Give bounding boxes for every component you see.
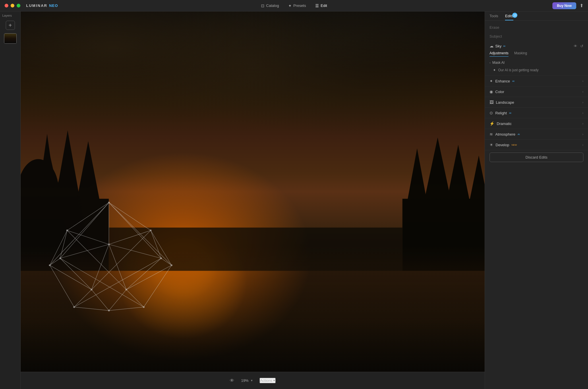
mask-ai-row[interactable]: ‹ Mask AI: [485, 59, 588, 66]
color-icon: ◉: [490, 89, 493, 94]
atmosphere-ai-badge: AI: [518, 133, 520, 136]
sky-tabs: Adjustments Masking: [485, 51, 588, 59]
close-button[interactable]: [5, 4, 8, 7]
app-name: LUMINAR: [26, 3, 47, 8]
enhance-name: Enhance: [495, 79, 510, 83]
svg-point-59: [143, 306, 144, 308]
nav-catalog[interactable]: ⊡ Catalog: [261, 3, 279, 8]
maximize-button[interactable]: [17, 4, 20, 7]
ai-loading-row: ✦ Our AI is just getting ready: [485, 66, 588, 76]
nav-center: ⊡ Catalog ✦ Presets ☰ Edit: [261, 3, 327, 8]
reset-icon[interactable]: ↺: [580, 44, 583, 48]
ai-loading-text: Our AI is just getting ready: [498, 68, 539, 72]
relight-name: Relight: [495, 111, 507, 115]
relight-section: ⊙ Relight AI ›: [485, 108, 588, 118]
zoom-value: 19%: [241, 378, 249, 383]
svg-point-52: [108, 243, 110, 245]
nav-catalog-label: Catalog: [266, 3, 279, 8]
layer-thumbnail[interactable]: [4, 33, 17, 44]
visibility-toggle-icon[interactable]: 👁: [574, 44, 577, 48]
color-name: Color: [495, 90, 504, 94]
zoom-chevron-icon[interactable]: ▾: [251, 379, 253, 382]
zoom-controls: 19% ▾: [241, 378, 253, 383]
relight-chevron-icon: ›: [582, 111, 583, 115]
landscape-left: 🖼 Landscape: [490, 100, 514, 105]
subject-label: Subject: [490, 34, 502, 38]
landscape-section: 🖼 Landscape ›: [485, 97, 588, 108]
develop-section: ☀ Develop NEW ›: [485, 140, 588, 150]
svg-line-48: [60, 258, 144, 307]
svg-line-17: [109, 203, 161, 258]
tab-tools-label: Tools: [490, 14, 498, 18]
nav-edit[interactable]: ☰ Edit: [315, 3, 327, 8]
atmosphere-chevron-icon: ›: [582, 132, 583, 136]
color-chevron-icon: ›: [582, 90, 583, 93]
color-row[interactable]: ◉ Color ›: [485, 86, 588, 97]
app-neo: NEO: [49, 3, 58, 8]
svg-line-43: [109, 203, 171, 265]
sky-tab-adjustments[interactable]: Adjustments: [490, 51, 508, 57]
relight-row[interactable]: ⊙ Relight AI ›: [485, 108, 588, 118]
buy-now-button[interactable]: Buy Now: [552, 2, 576, 9]
tab-edits[interactable]: Edits 10: [505, 14, 513, 20]
svg-line-22: [50, 230, 67, 265]
relight-icon: ⊙: [490, 111, 493, 115]
layers-title: Layers: [2, 14, 12, 17]
enhance-ai-badge: AI: [512, 80, 514, 82]
svg-point-54: [59, 257, 61, 259]
layer-thumb-preview: [4, 34, 16, 43]
svg-line-47: [74, 258, 161, 307]
mask-ai-label: Mask AI: [492, 61, 505, 65]
svg-point-57: [125, 289, 127, 290]
subject-section: Subject: [485, 32, 588, 41]
visibility-icon[interactable]: 👁: [230, 378, 234, 383]
dramatic-name: Dramatic: [497, 122, 512, 126]
nav-presets[interactable]: ✦ Presets: [288, 3, 306, 8]
sky-tab-masking[interactable]: Masking: [514, 51, 527, 57]
canvas-image: [21, 11, 485, 372]
dramatic-row[interactable]: ⚡ Dramatic ›: [485, 118, 588, 129]
minimize-button[interactable]: [11, 4, 14, 7]
svg-line-23: [67, 230, 109, 244]
actions-button[interactable]: Actions ▾: [260, 378, 276, 383]
panel-content: Erase Subject ☁ Sky AI 👁 ↺ Adjustm: [485, 21, 588, 389]
develop-name: Develop: [496, 143, 509, 147]
discard-edits-button[interactable]: Discard Edits: [490, 153, 583, 162]
svg-point-53: [160, 257, 162, 259]
enhance-row[interactable]: ✦ Enhance AI ›: [485, 76, 588, 86]
atmosphere-name: Atmosphere: [495, 132, 515, 136]
atmosphere-row[interactable]: ≋ Atmosphere AI ›: [485, 129, 588, 139]
erase-section: Erase: [485, 23, 588, 32]
masking-tab-label: Masking: [514, 51, 527, 55]
dramatic-chevron-icon: ›: [582, 122, 583, 125]
svg-line-14: [109, 203, 150, 230]
enhance-icon: ✦: [490, 79, 493, 83]
sky-title-row: ☁ Sky AI: [490, 44, 505, 48]
canvas-area: [21, 11, 485, 372]
landscape-row[interactable]: 🖼 Landscape ›: [485, 97, 588, 107]
svg-point-55: [171, 264, 172, 266]
sky-header[interactable]: ☁ Sky AI 👁 ↺: [485, 41, 588, 51]
svg-line-20: [109, 230, 150, 244]
landscape-chevron-icon: ›: [582, 101, 583, 104]
svg-line-39: [74, 290, 92, 307]
bottom-bar: 👁 19% ▾ Actions ▾: [21, 372, 485, 389]
sky-controls: 👁 ↺: [574, 44, 583, 48]
cloud-icon: ☁: [490, 44, 494, 48]
app-logo: LUMINAR NEO: [26, 3, 58, 8]
relight-left: ⊙ Relight AI: [490, 111, 511, 115]
actions-label: Actions: [260, 378, 272, 383]
add-layer-button[interactable]: +: [6, 21, 15, 30]
develop-row[interactable]: ☀ Develop NEW ›: [485, 140, 588, 150]
svg-line-42: [74, 307, 109, 310]
dramatic-icon: ⚡: [490, 121, 494, 126]
enhance-left: ✦ Enhance AI: [490, 79, 514, 83]
svg-point-61: [108, 310, 110, 311]
share-icon[interactable]: ⬆: [580, 3, 583, 8]
tab-tools[interactable]: Tools: [490, 14, 498, 20]
layers-sidebar: Layers +: [0, 11, 21, 389]
titlebar: LUMINAR NEO ⊡ Catalog ✦ Presets ☰ Edit B…: [0, 0, 588, 11]
svg-line-38: [109, 290, 126, 311]
nav-presets-label: Presets: [293, 3, 306, 8]
color-section: ◉ Color ›: [485, 86, 588, 97]
